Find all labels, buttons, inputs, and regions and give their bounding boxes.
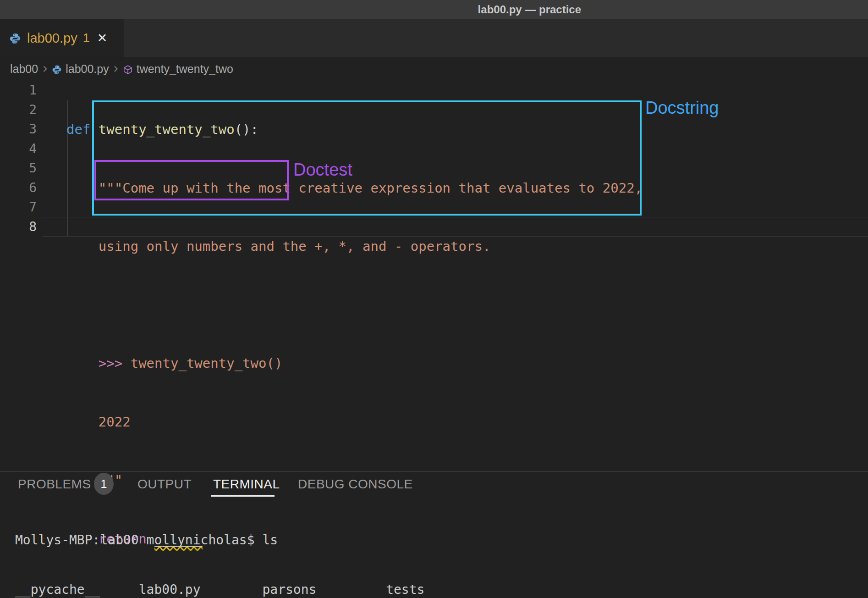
line-number: 4: [0, 139, 37, 159]
code-line[interactable]: 2022: [66, 412, 643, 432]
vscode-window: lab00.py — practice lab00.py 1 ✕ lab00 ›…: [0, 0, 868, 598]
panel-tab-problems[interactable]: PROBLEMS: [18, 471, 91, 497]
python-file-icon: [9, 33, 21, 44]
breadcrumb-item-lab00py[interactable]: lab00.py: [66, 62, 109, 76]
line-number-active: 8: [0, 217, 37, 237]
python-file-icon: [52, 65, 62, 75]
terminal-output[interactable]: Mollys-MBP:lab00 mollynicholas$ ls __pyc…: [15, 499, 432, 598]
breadcrumb-item-lab00[interactable]: lab00: [10, 62, 38, 76]
panel-tab-terminal[interactable]: TERMINAL: [213, 471, 280, 497]
problems-count-badge: 1: [94, 473, 114, 495]
docstring-annotation-label: Docstring: [645, 98, 719, 118]
line-number: 3: [0, 120, 37, 139]
editor-tab-lab00[interactable]: lab00.py 1 ✕: [0, 19, 124, 57]
editor-gutter: 1 2 3 4 5 6 7 8: [0, 81, 37, 237]
tab-filename: lab00.py: [27, 31, 77, 46]
terminal-line: Mollys-MBP:lab00 mollynicholas$ ls: [15, 532, 432, 548]
window-title: lab00.py — practice: [478, 3, 581, 16]
doctest-annotation-box: [94, 160, 289, 200]
doctest-call: twenty_twenty_two(): [122, 355, 282, 371]
doctest-expected-output: 2022: [66, 414, 131, 430]
chevron-right-icon: ›: [43, 60, 47, 76]
breadcrumb-item-symbol[interactable]: twenty_twenty_two: [137, 62, 233, 76]
line-number: 2: [0, 100, 37, 120]
doctest-annotation-label: Doctest: [293, 160, 352, 180]
tab-close-icon[interactable]: ✕: [97, 32, 108, 44]
panel-tab-debug-console[interactable]: DEBUG CONSOLE: [298, 471, 413, 497]
terminal-line: __pycache__ lab00.py parsons tests: [15, 581, 432, 598]
panel-divider: [0, 471, 868, 472]
window-titlebar: lab00.py — practice: [0, 0, 868, 19]
chevron-right-icon: ›: [114, 60, 118, 76]
panel-tab-output[interactable]: OUTPUT: [137, 471, 192, 497]
editor-tabstrip: lab00.py 1 ✕: [0, 19, 868, 57]
line-number: 7: [0, 198, 37, 217]
breadcrumb: lab00 › lab00.py › twenty_twenty_two: [0, 57, 868, 80]
active-panel-tab-underline: [211, 495, 275, 497]
docstring-text: using only numbers and the +, *, and - o…: [66, 238, 490, 254]
code-line[interactable]: [66, 295, 643, 315]
line-number: 1: [0, 81, 37, 100]
line-number: 5: [0, 159, 37, 178]
symbol-cube-icon: [123, 65, 133, 75]
line-number: 6: [0, 178, 37, 198]
doctest-prompt: >>>: [66, 355, 122, 371]
code-line[interactable]: using only numbers and the +, *, and - o…: [66, 237, 643, 256]
code-line[interactable]: >>> twenty_twenty_two(): [66, 354, 643, 373]
tab-problem-count-badge: 1: [83, 31, 90, 45]
